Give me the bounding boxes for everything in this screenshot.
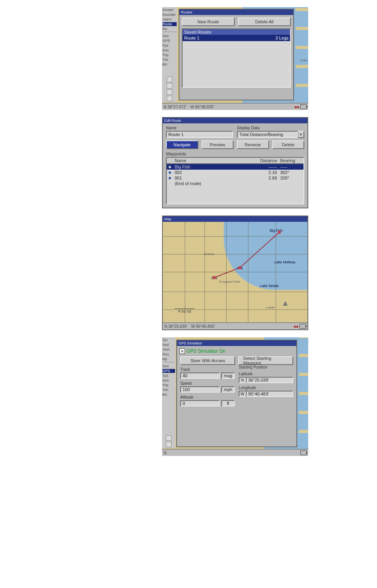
- delete-all-button[interactable]: Delete All: [238, 17, 291, 26]
- menu-item[interactable]: Scr: [162, 338, 175, 342]
- menu-item[interactable]: Sounder: [162, 13, 177, 17]
- altitude-input[interactable]: 0: [180, 400, 220, 406]
- menu-item-gps[interactable]: GPS: [162, 369, 175, 373]
- menu-item[interactable]: Trip: [162, 53, 177, 57]
- preview-button[interactable]: Preview: [202, 140, 234, 149]
- waypoints-list: Name Distance Bearing ◆ Big Fish ------ …: [166, 157, 304, 204]
- routes-toolbar: New Route Delete All: [179, 15, 293, 28]
- latitude-input[interactable]: 36°25.039': [246, 377, 293, 383]
- display-data-label: Display Data: [237, 126, 304, 130]
- menu-item[interactable]: Rou: [162, 352, 175, 356]
- menu-item[interactable]: Screen: [162, 8, 177, 12]
- menu-item[interactable]: GPS: [162, 39, 177, 43]
- track-unit: mag: [221, 372, 235, 379]
- menu-item[interactable]: My: [162, 27, 177, 31]
- menu-item[interactable]: Son: [162, 364, 175, 368]
- steer-with-arrows-button[interactable]: Steer With Arrows: [180, 356, 235, 365]
- navigate-button[interactable]: Navigate: [166, 140, 198, 149]
- menu-item[interactable]: My: [162, 357, 175, 361]
- tool-icon[interactable]: [167, 77, 172, 82]
- route-name-input[interactable]: Route 1: [166, 131, 233, 138]
- saved-routes-list: Saved Routes Route 1 3 Legs: [182, 28, 291, 88]
- waypoint-name: Big Fish: [175, 164, 256, 169]
- waypoint-row[interactable]: ◆ 001 2.69 320°: [167, 175, 303, 181]
- tool-icon[interactable]: [166, 442, 172, 447]
- tool-icon[interactable]: [167, 96, 172, 101]
- svg-point-0: [213, 276, 216, 279]
- gps-status-icon: ■■: [294, 324, 298, 329]
- waypoint-distance: 2.10: [256, 170, 280, 175]
- menu-item[interactable]: Tim: [162, 58, 177, 62]
- speed-unit: mph: [221, 386, 235, 393]
- chevron-down-icon[interactable]: ▾: [298, 131, 304, 138]
- menu-item[interactable]: Alrm: [162, 348, 175, 352]
- new-route-button[interactable]: New Route: [182, 17, 235, 26]
- map-right-edge: [296, 7, 308, 103]
- track-input[interactable]: 40: [180, 372, 220, 379]
- gps-simulator-toggle[interactable]: ✕ GPS Simulator On: [179, 348, 294, 354]
- battery-icon: [300, 450, 307, 455]
- dialog-title: Edit Route: [163, 118, 307, 123]
- map-title: Map: [163, 216, 307, 222]
- menu-item[interactable]: Sys: [162, 43, 177, 47]
- latitude-label: Latitude: [239, 372, 293, 376]
- waypoint-distance: 2.69: [256, 176, 280, 180]
- status-lat: N: [164, 451, 166, 455]
- longitude-dir[interactable]: W: [239, 391, 246, 397]
- waypoints-columns-header: Name Distance Bearing: [167, 158, 303, 164]
- reverse-button[interactable]: Reverse: [237, 140, 269, 149]
- gps-simulator-dialog: GPS Simulator ✕ GPS Simulator On Steer W…: [176, 340, 297, 447]
- end-of-route-label: (End of route): [175, 181, 256, 186]
- menu-item[interactable]: Brt: [162, 62, 177, 66]
- status-lat: N 36°27.072': [164, 105, 187, 109]
- select-starting-waypoint-button[interactable]: Select Starting Waypoint: [238, 356, 293, 365]
- longitude-input[interactable]: 95°40.483': [246, 391, 293, 397]
- map-canvas[interactable]: Big Fish 001 002 Lake Melissa Lake Strai…: [163, 216, 307, 329]
- waypoint-row[interactable]: ◆ 002 2.10 302°: [167, 170, 303, 175]
- menu-divider: [162, 362, 175, 363]
- menu-item-route[interactable]: Route: [162, 22, 177, 26]
- display-data-value: Total Distance/Bearing: [237, 131, 298, 138]
- track-label: Track: [180, 367, 235, 372]
- svg-point-1: [238, 266, 241, 269]
- waypoint-icon: ◆: [168, 164, 175, 169]
- menu-item[interactable]: Tim: [162, 388, 175, 392]
- menu-item[interactable]: Brt: [162, 393, 175, 397]
- col-distance: Distance: [256, 158, 280, 163]
- map-scale: 4 mi nd: [175, 308, 194, 314]
- speed-input[interactable]: 100: [180, 386, 220, 393]
- tool-icon[interactable]: [167, 83, 172, 89]
- north-arrow-icon: [283, 301, 288, 306]
- menu-item[interactable]: Trip: [162, 383, 175, 387]
- gps-simulator-on-label: GPS Simulator On: [187, 348, 226, 354]
- menu-item[interactable]: Sys: [162, 374, 175, 378]
- edit-route-dialog: Edit Route Name Route 1 Display Data Tot…: [162, 117, 308, 208]
- routes-dialog: Routes New Route Delete All Saved Routes…: [179, 9, 294, 100]
- waypoint-distance: ------: [256, 164, 280, 169]
- tool-icon[interactable]: [167, 89, 172, 95]
- tool-icon[interactable]: [166, 435, 172, 441]
- delete-button[interactable]: Delete: [272, 140, 305, 149]
- menu-divider: [162, 32, 177, 33]
- status-bar: N 36°27.072' W 95°38.828' ■■: [162, 103, 308, 110]
- battery-icon: [300, 324, 306, 329]
- route-legs: 3 Legs: [275, 36, 288, 40]
- col-bearing: Bearing: [280, 158, 302, 163]
- menu-tool-icons: [162, 435, 175, 447]
- status-bar: N: [162, 449, 308, 456]
- main-menu-sidebar: Scr Snd Alrm Rou My Son GPS Sys Sun Trip…: [162, 337, 175, 448]
- dialog-title: GPS Simulator: [177, 340, 296, 346]
- menu-item[interactable]: Son: [162, 34, 177, 38]
- waypoint-bearing: -----: [280, 164, 302, 169]
- latitude-dir[interactable]: N: [239, 377, 246, 383]
- menu-item[interactable]: Alarm: [162, 17, 177, 21]
- display-data-select[interactable]: Total Distance/Bearing ▾: [237, 131, 304, 138]
- waypoint-icon: ◆: [168, 176, 175, 180]
- waypoint-row[interactable]: ◆ Big Fish ------ -----: [167, 164, 303, 170]
- gps-simulator-screen: Scr Snd Alrm Rou My Son GPS Sys Sun Trip…: [162, 337, 308, 456]
- route-row[interactable]: Route 1 3 Legs: [183, 35, 290, 41]
- saved-routes-screen: Screen Sounder Alarm Route My Son GPS Sy…: [162, 7, 308, 110]
- menu-item[interactable]: Snd: [162, 343, 175, 347]
- menu-item[interactable]: Sun: [162, 378, 175, 382]
- menu-item[interactable]: Sun: [162, 48, 177, 52]
